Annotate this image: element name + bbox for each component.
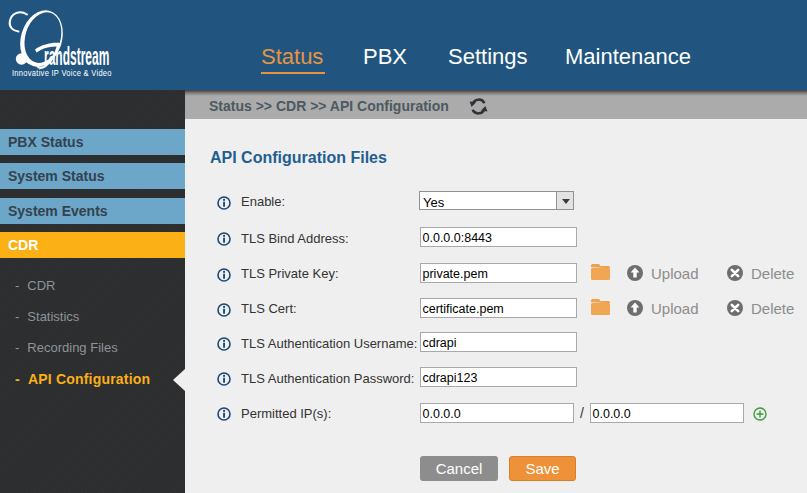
svg-text:Innovative IP Voice & Video: Innovative IP Voice & Video [12, 69, 112, 78]
svg-text:randstream: randstream [44, 42, 109, 70]
